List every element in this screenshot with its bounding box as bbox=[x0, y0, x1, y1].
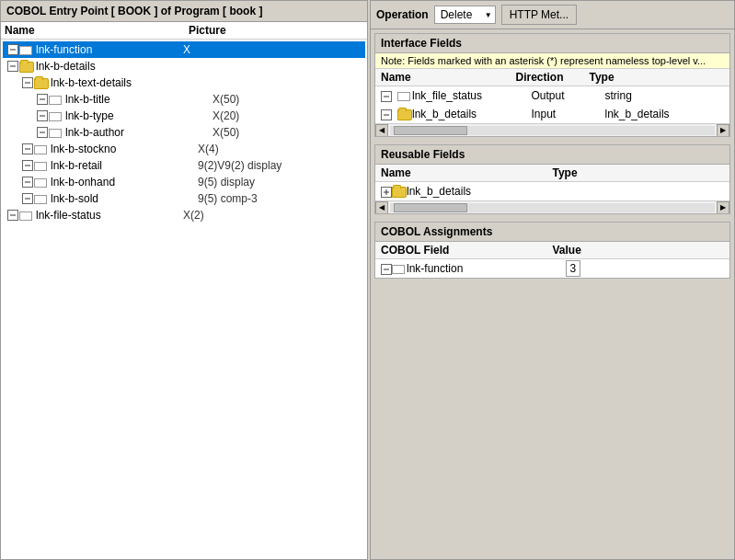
field-icon bbox=[34, 195, 47, 204]
row-type: string bbox=[605, 89, 725, 102]
expand-icon[interactable] bbox=[6, 61, 19, 72]
node-icon bbox=[34, 143, 51, 155]
col-header-direction: Direction bbox=[516, 71, 590, 84]
item-picture: X(2) bbox=[183, 209, 204, 222]
scrollbar-thumb[interactable] bbox=[394, 203, 467, 212]
node-icon bbox=[49, 109, 65, 122]
interface-row-lnk-b-details[interactable]: lnk_b_details Input lnk_b_details bbox=[375, 105, 729, 123]
tree-item-lnk-b-onhand[interactable]: lnk-b-onhand 9(5) display bbox=[3, 174, 365, 190]
cobol-row-lnk-function[interactable]: lnk-function 3 bbox=[375, 259, 729, 278]
item-name: lnk-b-details bbox=[36, 60, 183, 73]
item-name: lnk-b-onhand bbox=[51, 176, 198, 189]
minus-box-icon bbox=[381, 264, 392, 275]
expand-icon[interactable] bbox=[21, 77, 34, 88]
item-picture: X bbox=[183, 43, 190, 56]
tree-item-lnk-function[interactable]: lnk-function X bbox=[3, 41, 365, 58]
tree-item-lnk-b-author[interactable]: lnk-b-author X(50) bbox=[3, 124, 365, 141]
node-icon bbox=[49, 93, 65, 106]
scrollbar-track[interactable] bbox=[390, 126, 715, 135]
scroll-left-arrow[interactable]: ◀ bbox=[375, 201, 388, 214]
expand-icon[interactable] bbox=[21, 143, 34, 154]
col-header-name: Name bbox=[381, 166, 553, 179]
col-header-cobol-field: COBOL Field bbox=[381, 244, 553, 257]
interface-fields-header: Interface Fields bbox=[375, 34, 729, 53]
row-field-icon bbox=[392, 262, 407, 275]
right-panel: Operation Delete Insert Update Select HT… bbox=[370, 0, 735, 560]
node-icon bbox=[19, 60, 36, 73]
scroll-left-arrow[interactable]: ◀ bbox=[375, 124, 388, 137]
expand-icon[interactable] bbox=[36, 127, 49, 138]
row-type: lnk_b_details bbox=[605, 108, 725, 120]
tree-item-lnk-b-type[interactable]: lnk-b-type X(20) bbox=[3, 108, 365, 124]
operation-bar: Operation Delete Insert Update Select HT… bbox=[371, 1, 734, 29]
expand-icon[interactable] bbox=[6, 44, 19, 55]
item-picture: 9(5) comp-3 bbox=[198, 192, 258, 205]
node-icon bbox=[19, 209, 36, 222]
item-name: lnk-b-title bbox=[65, 93, 212, 106]
interface-fields-table-header: Name Direction Type bbox=[375, 69, 729, 86]
row-direction: Input bbox=[532, 108, 605, 120]
tree-item-lnk-b-sold[interactable]: lnk-b-sold 9(5) comp-3 bbox=[3, 190, 365, 207]
http-method-button[interactable]: HTTP Met... bbox=[501, 5, 577, 25]
node-icon bbox=[34, 159, 51, 172]
tree-item-lnk-b-text-details[interactable]: lnk-b-text-details bbox=[3, 74, 365, 91]
row-expand-icon[interactable] bbox=[381, 262, 392, 275]
expand-icon[interactable] bbox=[21, 193, 34, 204]
scroll-right-arrow[interactable]: ▶ bbox=[717, 124, 729, 137]
expand-icon[interactable] bbox=[36, 110, 49, 121]
item-name: lnk-b-retail bbox=[51, 159, 198, 172]
cobol-assignments-header: COBOL Assignments bbox=[375, 223, 729, 242]
reusable-fields-section: Reusable Fields Name Type lnk_b_details … bbox=[374, 144, 730, 214]
node-icon bbox=[49, 126, 65, 139]
interface-fields-scrollbar[interactable]: ◀ ▶ bbox=[375, 123, 729, 136]
row-expand-icon[interactable] bbox=[381, 89, 394, 102]
minus-box-icon bbox=[22, 177, 33, 188]
row-cobol-field: lnk-function bbox=[407, 262, 566, 275]
tree-content[interactable]: lnk-function X lnk-b-details lnk-b-text-… bbox=[1, 40, 367, 559]
node-icon bbox=[19, 43, 36, 56]
interface-row-lnk-file-status[interactable]: lnk_file_status Output string bbox=[375, 86, 729, 105]
node-icon bbox=[34, 176, 51, 189]
row-expand-icon[interactable] bbox=[381, 108, 394, 120]
item-name: lnk-b-author bbox=[65, 126, 212, 139]
tree-item-lnk-b-retail[interactable]: lnk-b-retail 9(2)V9(2) display bbox=[3, 157, 365, 174]
field-icon bbox=[392, 265, 405, 274]
col-header-value: Value bbox=[553, 244, 725, 257]
tree-header: Name Picture bbox=[1, 22, 367, 40]
scrollbar-thumb[interactable] bbox=[394, 126, 467, 135]
item-picture: X(50) bbox=[212, 93, 239, 106]
expand-icon[interactable] bbox=[36, 94, 49, 105]
operation-label: Operation bbox=[376, 8, 429, 21]
tree-item-lnk-file-status[interactable]: lnk-file-status X(2) bbox=[3, 207, 365, 223]
folder-icon bbox=[392, 187, 407, 198]
expand-icon[interactable] bbox=[6, 210, 19, 221]
reusable-fields-scrollbar[interactable]: ◀ ▶ bbox=[375, 200, 729, 213]
cobol-assignments-section: COBOL Assignments COBOL Field Value lnk-… bbox=[374, 222, 730, 279]
reusable-row-lnk-b-details[interactable]: lnk_b_details bbox=[375, 182, 729, 200]
field-icon bbox=[49, 129, 62, 138]
plus-box-icon bbox=[381, 187, 392, 198]
operation-select-wrapper[interactable]: Delete Insert Update Select bbox=[434, 6, 496, 24]
tree-item-lnk-b-title[interactable]: lnk-b-title X(50) bbox=[3, 91, 365, 108]
tree-item-lnk-b-stockno[interactable]: lnk-b-stockno X(4) bbox=[3, 141, 365, 157]
minus-box-icon bbox=[7, 210, 18, 221]
cobol-value-input[interactable]: 3 bbox=[566, 260, 581, 277]
node-icon bbox=[34, 76, 51, 89]
scrollbar-track[interactable] bbox=[390, 203, 715, 212]
reusable-fields-header: Reusable Fields bbox=[375, 145, 729, 165]
minus-box-icon bbox=[37, 127, 48, 138]
minus-box-icon bbox=[381, 91, 392, 102]
expand-icon[interactable] bbox=[21, 177, 34, 188]
minus-box-icon bbox=[7, 61, 18, 72]
interface-fields-note: Note: Fields marked with an asterisk (*)… bbox=[375, 53, 729, 69]
row-expand-icon[interactable] bbox=[381, 185, 392, 198]
scroll-right-arrow[interactable]: ▶ bbox=[717, 201, 729, 214]
reusable-fields-table-header: Name Type bbox=[375, 165, 729, 182]
tree-item-lnk-b-details[interactable]: lnk-b-details bbox=[3, 58, 365, 74]
folder-icon bbox=[34, 78, 49, 89]
expand-icon[interactable] bbox=[21, 160, 34, 171]
item-name: lnk-b-stockno bbox=[51, 143, 198, 155]
operation-select[interactable]: Delete Insert Update Select bbox=[434, 6, 496, 24]
folder-icon bbox=[19, 62, 34, 73]
row-value: 3 bbox=[566, 262, 725, 275]
